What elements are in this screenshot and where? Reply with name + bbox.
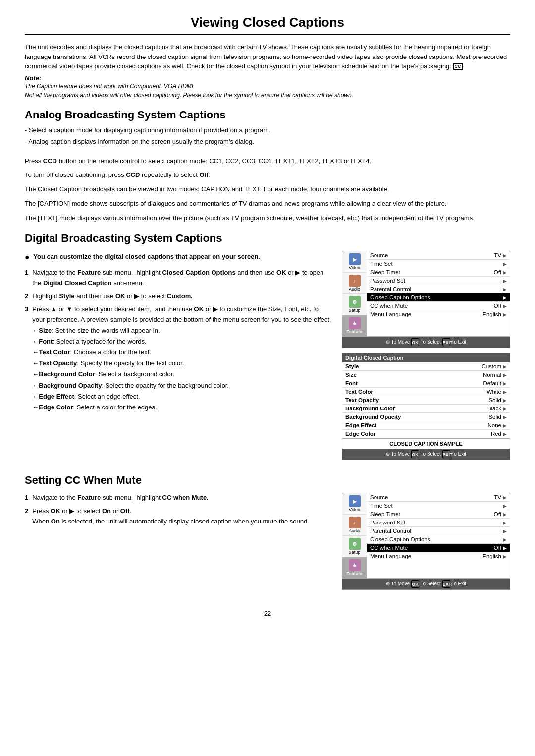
menu1-row-parental: Parental Control▶ [367,285,510,293]
menu2-row-timeset: Time Set▶ [367,502,510,510]
menu2-icons-col: ▶ Video ♪ Audio ⚙ Setup ★ Feature [342,493,367,578]
menu1-row-sleeptimer: Sleep TimerOff ▶ [367,268,510,277]
menu2-row-source: SourceTV ▶ [367,493,510,502]
intro-paragraph: The unit decodes and displays the closed… [25,42,510,71]
setting-left-col: 1 Navigate to the Feature sub-menu, high… [25,493,332,595]
title-divider [25,34,510,35]
menu2-feature-label: Feature [346,571,363,576]
menu1-row-closed-caption: Closed Caption Options▶ [367,293,510,302]
analog-para5: The [TEXT] mode displays various informa… [25,213,510,224]
setting-step2-num: 2 [25,506,28,527]
setting-step1-content: Navigate to the Feature sub-menu, highli… [32,493,332,503]
edgecolor-item: ←Edge Color: Select a color for the edge… [32,402,332,413]
setup-label: Setup [349,308,361,313]
digital-step2: 2 Highlight Style and then use OK or ▶ t… [25,291,332,302]
step2-num: 2 [25,291,28,302]
menu1-row-language: Menu LanguageEnglish ▶ [367,310,510,318]
menu2-video-label: Video [349,507,360,512]
menu2-video-icon-cell: ▶ Video [342,493,367,515]
step1-num: 1 [25,268,28,289]
menu1-footer: ⊕ To Move OK To Select EXIT To Exit [342,337,510,348]
setup-icon: ⚙ [349,296,361,308]
analog-bullet2: - Analog caption displays information on… [25,137,510,147]
menu2-audio-icon: ♪ [349,517,361,528]
menu2-row-closed-caption: Closed Caption Options▶ [367,535,510,544]
closed-caption-sample-label: CLOSED CAPTION SAMPLE [344,441,508,447]
audio-label: Audio [349,287,360,291]
indent-list: ←Size: Set the size the words will appea… [32,325,332,413]
dcc-row-bgcolor: Background ColorBlack ▶ [342,405,510,413]
video-icon: ▶ [349,253,361,265]
bgcolor-item: ←Background Color: Select a background c… [32,369,332,380]
feature-label: Feature [346,329,363,334]
dcc-sample-area: CLOSED CAPTION SAMPLE [342,438,510,449]
analog-para1: Press CCD button on the remote control t… [25,156,510,167]
menu2-audio-icon-cell: ♪ Audio [342,515,367,536]
note-line1: The Caption feature does not work with C… [25,82,510,91]
setup-icon-cell: ⚙ Setup [342,294,367,315]
font-item: ←Font: Select a typeface for the words. [32,336,332,347]
note-line2: Not all the programs and videos will off… [25,91,510,100]
step3-num: 3 [25,304,28,412]
dcc-exit-icon: EXIT [442,450,450,458]
analog-para4: The [CAPTION] mode shows subscripts of d… [25,199,510,209]
page-number: 22 [25,610,510,617]
setting-cc-two-col: 1 Navigate to the Feature sub-menu, high… [25,493,510,595]
analog-para2: To turn off closed captioning, press CCD… [25,170,510,180]
exit-icon: EXIT [442,338,450,346]
menu2-feature-icon-cell: ★ Feature [342,557,367,578]
menu2-setup-icon-cell: ⚙ Setup [342,536,367,557]
step1-content: Navigate to the Feature sub-menu, highli… [32,268,332,289]
analog-section-title: Analog Broadcasting System Captions [25,109,510,121]
setting-step1-num: 1 [25,493,28,503]
video-label: Video [349,265,360,270]
audio-icon: ♪ [349,275,361,287]
page-title: Viewing Closed Captions [25,15,510,30]
digital-section-title: Digital Broadcasting System Captions [25,232,510,245]
menu2-audio-label: Audio [349,528,360,533]
menu2-feature-icon: ★ [349,559,361,571]
menu1-row-password: Password Set▶ [367,277,510,285]
menu2-exit-icon: EXIT [442,580,450,588]
dcc-row-textcolor: Text ColorWhite ▶ [342,388,510,396]
menu1-row-source: SourceTV ▶ [367,251,510,260]
dcc-menu-box: Digital Closed Caption StyleCustom ▶ Siz… [342,353,510,460]
dcc-row-font: FontDefault ▶ [342,379,510,388]
left-column: ● You can customize the digital closed c… [25,251,332,465]
menu-icon-row: ▶ Video ♪ Audio ⚙ Setup ★ Feature [342,251,510,337]
menu2-ok-icon: OK [411,580,419,588]
right-column: ▶ Video ♪ Audio ⚙ Setup ★ Feature [342,251,510,465]
note-line2-text: Not all the programs and videos will off… [25,92,353,99]
step3-content: Press ▲ or ▼ to select your desired item… [32,304,332,412]
menu2-rows: SourceTV ▶ Time Set▶ Sleep TimerOff ▶ Pa… [367,493,510,578]
digital-two-col: ● You can customize the digital closed c… [25,251,510,465]
dcc-row-edge: Edge EffectNone ▶ [342,421,510,430]
digital-step3: 3 Press ▲ or ▼ to select your desired it… [25,304,332,412]
audio-icon-cell: ♪ Audio [342,273,367,294]
menu1-row-ccmute: CC when MuteOff ▶ [367,302,510,310]
menu1-row-timeset: Time Set▶ [367,260,510,268]
step2-content: Highlight Style and then use OK or ▶ to … [32,291,332,302]
menu2-row-sleeptimer: Sleep TimerOff ▶ [367,510,510,519]
setting-step2: 2 Press OK or ▶ to select On or Off. Whe… [25,506,332,527]
dcc-ok-icon: OK [411,450,419,458]
menu1-rows: SourceTV ▶ Time Set▶ Sleep TimerOff ▶ Pa… [367,251,510,336]
video-icon-cell: ▶ Video [342,251,367,273]
dcc-row-size: SizeNormal ▶ [342,371,510,379]
intro-text: The unit decodes and displays the closed… [25,43,507,70]
menu2-row-ccmute: CC when MuteOff ▶ [367,544,510,552]
edge-item: ←Edge Effect: Select an edge effect. [32,391,332,402]
digital-step1: 1 Navigate to the Feature sub-menu, high… [25,268,332,289]
size-item: ←Size: Set the size the words will appea… [32,325,332,336]
menu2-setup-icon: ⚙ [349,538,361,550]
dcc-row-bgopacity: Background OpacitySolid ▶ [342,413,510,421]
analog-para3: The Closed Caption broadcasts can be vie… [25,184,510,195]
feature-menu-box2: ▶ Video ♪ Audio ⚙ Setup ★ Feature [342,493,510,590]
dcc-row-style: StyleCustom ▶ [342,362,510,371]
menu2-setup-label: Setup [349,550,361,555]
feature-icon: ★ [349,317,361,329]
menu2-footer: ⊕ To Move OK To Select EXIT To Exit [342,579,510,589]
dcc-row-edgecolor: Edge ColorRed ▶ [342,430,510,438]
feature-icon-cell: ★ Feature [342,315,367,336]
textopacity-item: ←Text Opacity: Specify the opacity for t… [32,358,332,369]
